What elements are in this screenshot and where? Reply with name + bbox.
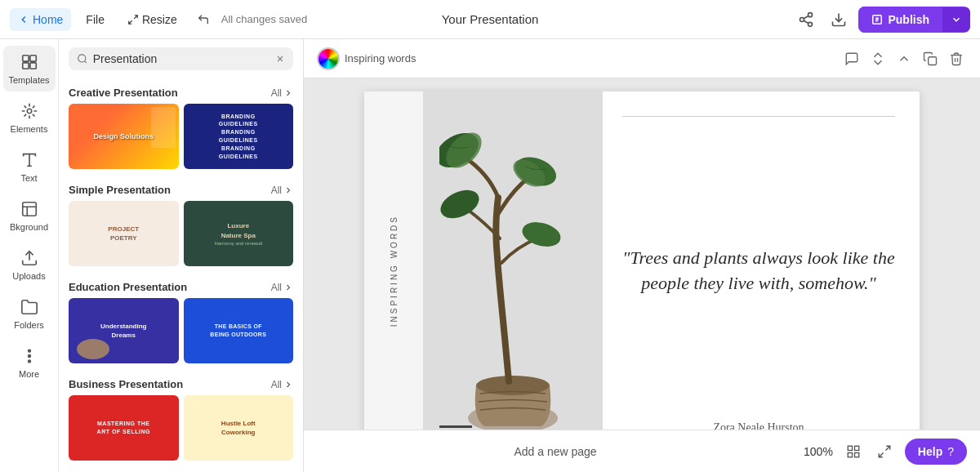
creative-all-link[interactable]: All <box>271 87 293 99</box>
home-label: Home <box>33 13 63 26</box>
undo-button[interactable] <box>192 8 215 31</box>
template-branding-guidelines[interactable]: BRANDINGGUIDELINESBRANDINGGUIDELINESBRAN… <box>184 104 294 169</box>
quote-text: "Trees and plants always look like the p… <box>622 133 895 408</box>
template-hustle-loft[interactable]: Hustle LoftCoworking <box>184 395 294 461</box>
download-button[interactable] <box>826 7 852 33</box>
delete-slide-button[interactable] <box>946 48 967 69</box>
simple-template-grid: PROJECTPOETRY LuxureNature Spa Harmony a… <box>69 201 293 266</box>
add-page-button[interactable]: Add a new page <box>317 445 794 458</box>
svg-point-19 <box>28 355 30 358</box>
collapse-icon <box>897 51 911 66</box>
search-bar <box>59 39 303 78</box>
share-icon-button[interactable] <box>793 7 819 33</box>
chevron-down-icon <box>951 14 962 25</box>
svg-rect-37 <box>854 452 858 456</box>
duplicate-slide-button[interactable] <box>920 48 941 69</box>
sidebar-item-folders[interactable]: Folders <box>3 291 56 336</box>
grid-view-button[interactable] <box>843 441 864 462</box>
sidebar-item-text[interactable]: Text <box>3 144 56 189</box>
publish-button[interactable]: Publish <box>858 7 970 33</box>
bottom-bar: Add a new page 100% Help ? <box>304 430 980 472</box>
file-button[interactable]: File <box>78 8 113 31</box>
plant-illustration <box>439 132 586 430</box>
publish-main[interactable]: Publish <box>858 7 942 33</box>
more-icon <box>20 346 39 366</box>
sidebar-item-templates[interactable]: Templates <box>3 46 56 91</box>
collapse-button[interactable] <box>893 48 915 69</box>
svg-point-21 <box>78 55 86 62</box>
undo-icon <box>197 13 210 26</box>
save-status: All changes saved <box>221 13 308 25</box>
publish-icon <box>871 14 883 25</box>
uploads-label: Uploads <box>12 271 45 281</box>
search-input[interactable] <box>93 52 270 65</box>
svg-point-4 <box>808 22 813 26</box>
template-project-poetry[interactable]: PROJECTPOETRY <box>69 201 179 266</box>
template-luxure-spa[interactable]: LuxureNature Spa Harmony and renewal <box>184 201 294 266</box>
business-all-link[interactable]: All <box>271 379 293 390</box>
publish-dropdown-arrow[interactable] <box>942 7 970 32</box>
svg-line-38 <box>885 446 889 450</box>
template-design-solutions[interactable]: Design Solutions <box>69 104 179 169</box>
vertical-text: INSPIRING WORDS <box>390 215 399 327</box>
canvas-toolbar-left: Inspiring words <box>317 47 835 70</box>
grid-view-icon <box>846 444 861 459</box>
svg-rect-10 <box>29 56 35 61</box>
templates-icon <box>20 52 39 72</box>
business-template-grid: MASTERING THEART OF SELLING Hustle LoftC… <box>69 395 293 461</box>
search-icon <box>77 52 88 65</box>
canvas-scroll: INSPIRING WORDS <box>304 78 980 430</box>
creative-template-grid: Design Solutions BRANDINGGUIDELINESBRAND… <box>69 104 293 169</box>
education-template-grid: UnderstandingDreams THE BASICS OFBEING O… <box>69 298 293 363</box>
fullscreen-icon <box>877 444 892 459</box>
education-all-link[interactable]: All <box>271 282 293 293</box>
sidebar-item-elements[interactable]: Elements <box>3 95 56 140</box>
slide-container: INSPIRING WORDS <box>364 91 920 430</box>
comment-button[interactable] <box>841 48 862 69</box>
svg-point-3 <box>800 17 804 21</box>
elements-icon <box>20 101 39 121</box>
home-button[interactable]: Home <box>10 8 71 31</box>
resize-button[interactable]: Resize <box>119 8 185 31</box>
main-area: Templates Elements Text Bkground Uploads <box>0 39 980 472</box>
presentation-title: Your Presentation <box>442 12 539 26</box>
simple-all-link[interactable]: All <box>271 185 293 196</box>
svg-line-5 <box>804 20 809 23</box>
creative-title: Creative Presentation <box>69 87 178 99</box>
zoom-control: 100% <box>804 445 833 458</box>
clear-search-icon[interactable] <box>275 53 285 65</box>
svg-line-1 <box>129 20 132 24</box>
uploads-icon <box>20 248 39 268</box>
slide-name: Inspiring words <box>345 52 416 65</box>
template-understanding-dreams[interactable]: UnderstandingDreams <box>69 298 179 363</box>
template-mastering-art[interactable]: MASTERING THEART OF SELLING <box>69 395 179 461</box>
sidebar-item-background[interactable]: Bkground <box>3 193 56 238</box>
chevron-right-icon <box>283 283 293 292</box>
templates-label: Templates <box>8 75 49 85</box>
fullscreen-button[interactable] <box>874 441 895 462</box>
slide-image-area <box>423 91 603 430</box>
svg-line-22 <box>84 61 86 63</box>
education-section-header: Education Presentation All <box>69 273 293 298</box>
expand-button[interactable] <box>867 48 889 69</box>
simple-section-header: Simple Presentation All <box>69 176 293 201</box>
svg-point-20 <box>28 360 30 363</box>
template-basics-outdoors[interactable]: THE BASICS OFBEING OUTDOORS <box>184 298 294 363</box>
help-button[interactable]: Help ? <box>905 439 967 465</box>
icon-sidebar: Templates Elements Text Bkground Uploads <box>0 39 59 472</box>
download-icon <box>831 11 847 28</box>
background-icon <box>20 199 39 219</box>
svg-point-2 <box>808 12 813 16</box>
color-picker-button[interactable] <box>317 47 340 70</box>
svg-point-13 <box>27 109 32 114</box>
sidebar-item-more[interactable]: More <box>3 340 56 385</box>
svg-rect-11 <box>22 63 28 69</box>
sidebar-item-uploads[interactable]: Uploads <box>3 242 56 287</box>
background-label: Bkground <box>10 222 48 232</box>
slide-bottom-bar <box>439 425 472 428</box>
svg-rect-9 <box>22 56 28 61</box>
svg-line-0 <box>134 15 137 18</box>
chevron-right-icon <box>283 185 293 195</box>
comment-icon <box>844 51 859 66</box>
svg-rect-12 <box>29 63 35 69</box>
